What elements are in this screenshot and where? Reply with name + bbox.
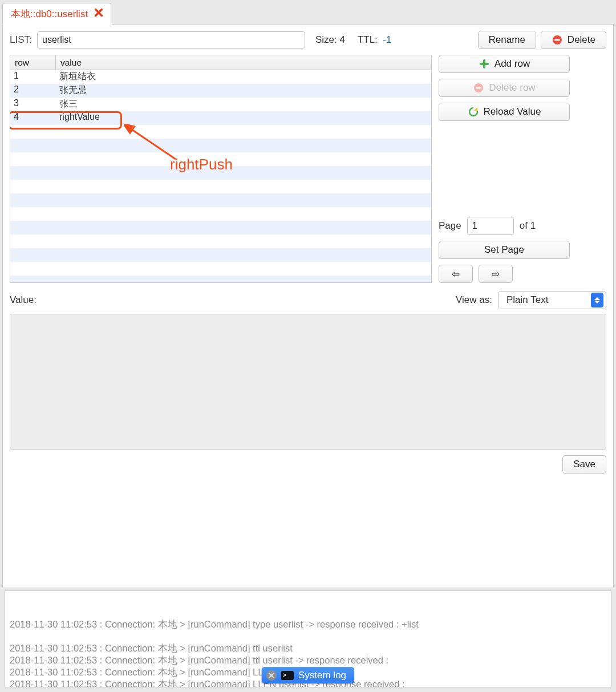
table-row[interactable]: 3张三 [10, 98, 431, 111]
rename-button[interactable]: Rename [478, 31, 536, 49]
key-row: LIST: Size: 4 TTL: -1 Rename Delete [10, 31, 606, 49]
cell-value: 新垣结衣 [56, 70, 431, 84]
refresh-icon [468, 106, 479, 118]
plus-icon [479, 58, 490, 70]
minus-circle-icon [552, 34, 563, 46]
minus-circle-faded-icon [473, 82, 484, 94]
page-row: Page of 1 [439, 217, 570, 235]
table-row[interactable]: 2张无忌 [10, 84, 431, 98]
svg-rect-4 [480, 63, 489, 65]
list-table[interactable]: row value 1新垣结衣2张无忌3张三4rightValue rightP… [10, 55, 432, 283]
side-column: Add row Delete row Reload Value [439, 55, 570, 283]
viewas-selected: Plain Text [506, 294, 548, 306]
size-label: Size: 4 [315, 34, 345, 46]
arrow-right-icon: ⇨ [492, 268, 500, 280]
page-of: of 1 [520, 220, 536, 232]
col-value[interactable]: value [56, 55, 431, 70]
save-button[interactable]: Save [562, 455, 606, 474]
delete-button[interactable]: Delete [541, 31, 606, 49]
viewas-select[interactable]: Plain Text [498, 291, 606, 309]
tab-userlist[interactable]: 本地::db0::userlist [2, 3, 111, 25]
prev-page-button[interactable]: ⇦ [439, 265, 473, 283]
workspace: 本地::db0::userlist LIST: Size: 4 TTL: -1 … [0, 0, 616, 692]
set-page-button[interactable]: Set Page [439, 241, 570, 259]
page-label: Page [439, 220, 461, 232]
col-row[interactable]: row [10, 55, 56, 70]
reload-value-button[interactable]: Reload Value [439, 103, 570, 121]
value-section: Value: View as: Plain Text Save [10, 291, 606, 474]
table-row[interactable]: 4rightValue [10, 111, 431, 125]
up-down-icon [591, 293, 603, 307]
viewas-label: View as: [456, 294, 492, 306]
page-input[interactable] [467, 217, 514, 235]
cell-row: 3 [10, 98, 56, 111]
main-panel: LIST: Size: 4 TTL: -1 Rename Delete [2, 24, 614, 588]
tab-title: 本地::db0::userlist [11, 7, 88, 21]
tab-strip: 本地::db0::userlist [2, 2, 614, 24]
value-textarea[interactable] [10, 314, 606, 450]
cell-row: 1 [10, 70, 56, 84]
svg-rect-6 [476, 87, 481, 89]
table-header: row value [10, 55, 431, 70]
ttl-label: TTL: -1 [350, 34, 391, 46]
svg-rect-1 [554, 39, 560, 41]
cell-row: 2 [10, 84, 56, 98]
terminal-icon: >_ [281, 671, 294, 680]
type-label: LIST: [10, 34, 33, 46]
cell-value: rightValue [56, 111, 431, 125]
add-row-button[interactable]: Add row [439, 55, 570, 73]
key-name-input[interactable] [37, 31, 305, 48]
cell-value: 张无忌 [56, 84, 431, 98]
delete-row-button[interactable]: Delete row [439, 79, 570, 97]
arrow-left-icon: ⇦ [452, 268, 460, 280]
system-log-toggle[interactable]: >_ System log [262, 667, 354, 683]
cell-value: 张三 [56, 98, 431, 111]
system-log-label: System log [298, 669, 346, 681]
system-log-panel: 2018-11-30 11:02:53 : Connection: 本地 > [… [5, 590, 611, 687]
next-page-button[interactable]: ⇨ [479, 265, 513, 283]
close-circle-icon[interactable] [266, 670, 277, 681]
value-label: Value: [10, 294, 37, 306]
table-row[interactable]: 1新垣结衣 [10, 70, 431, 84]
cell-row: 4 [10, 111, 56, 125]
close-icon[interactable] [94, 7, 104, 21]
